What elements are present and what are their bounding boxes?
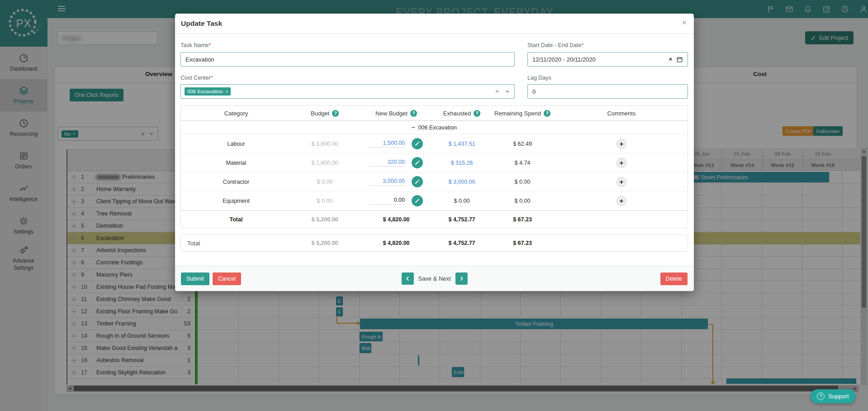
edit-budget-button[interactable] bbox=[412, 176, 423, 187]
category-cell: Labour bbox=[181, 141, 291, 147]
next-task-button[interactable] bbox=[455, 272, 468, 285]
date-range-input[interactable]: 12/11/2020 - 20/11/2020 × bbox=[527, 52, 688, 67]
support-button[interactable]: ? Support bbox=[811, 389, 855, 403]
previous-task-button[interactable] bbox=[401, 272, 413, 285]
delete-button[interactable]: Delete bbox=[660, 272, 688, 285]
new-budget-input[interactable]: 320.00 bbox=[370, 159, 405, 167]
new-budget-input[interactable]: 1,500.00 bbox=[370, 140, 405, 148]
collapse-icon[interactable]: − bbox=[412, 124, 415, 131]
cost-center-tag: 006 Excavation× bbox=[185, 87, 231, 96]
pencil-icon bbox=[414, 198, 420, 204]
budget-row: Contractor $ 0.00 3,000.00 $ 3,000.00 $ … bbox=[181, 172, 688, 191]
add-comment-button[interactable]: + bbox=[617, 196, 626, 206]
modal-header: Update Task × bbox=[175, 14, 694, 34]
pencil-icon bbox=[414, 141, 420, 147]
exhausted-link[interactable]: $ 1,437.51 bbox=[434, 141, 489, 147]
app: EVERY PROJECT. EVERYDAY. PX Dashboard Pr… bbox=[0, 0, 868, 411]
cancel-button[interactable]: Cancel bbox=[213, 272, 241, 285]
date-range-label: Start Date - End Date* bbox=[527, 42, 583, 48]
col-remaining-spend: Remaining Spend bbox=[494, 110, 541, 117]
add-comment-button[interactable]: + bbox=[617, 158, 626, 168]
modal-footer: Submit Cancel Save & Next Delete bbox=[175, 266, 694, 291]
add-comment-button[interactable]: + bbox=[617, 177, 626, 187]
update-task-modal: Update Task × Task Name* Excavation Star… bbox=[175, 14, 694, 291]
col-new-budget: New Budget bbox=[375, 110, 408, 117]
budget-cell: $ 1,600.00 bbox=[291, 160, 358, 166]
lag-days-input[interactable]: 0 bbox=[527, 84, 688, 99]
grand-total-row: Total $ 5,200.00 $ 4,820.00 $ 4,752.77 $… bbox=[180, 234, 688, 252]
subtotal-row: Total $ 5,200.00 $ 4,820.00 $ 4,752.77 $… bbox=[181, 210, 688, 228]
budget-cell: $ 3,600.00 bbox=[291, 141, 358, 147]
edit-budget-button[interactable] bbox=[412, 138, 423, 149]
remaining-cell: $ 4.74 bbox=[489, 160, 555, 166]
edit-budget-button[interactable] bbox=[412, 157, 423, 168]
budget-row: Equipment $ 0.00 0.00 $ 0.00 $ 0.00 + bbox=[181, 191, 688, 210]
budget-table-header: Category Budget? New Budget? Exhausted? … bbox=[181, 106, 688, 121]
chevron-down-icon[interactable] bbox=[504, 88, 511, 95]
help-icon[interactable]: ? bbox=[544, 110, 550, 117]
category-cell: Equipment bbox=[181, 198, 291, 204]
close-icon[interactable]: × bbox=[682, 18, 687, 28]
task-name-label: Task Name* bbox=[180, 42, 211, 48]
help-icon[interactable]: ? bbox=[332, 110, 339, 117]
col-comments: Comments bbox=[555, 110, 688, 117]
modal-title: Update Task bbox=[181, 19, 222, 28]
col-budget: Budget bbox=[311, 110, 329, 117]
chevron-left-icon bbox=[404, 276, 410, 282]
clear-date-icon[interactable]: × bbox=[669, 56, 672, 62]
chevron-right-icon bbox=[459, 276, 465, 282]
exhausted-link[interactable]: $ 315.26 bbox=[434, 160, 489, 166]
remaining-cell: $ 0.00 bbox=[489, 179, 555, 185]
pencil-icon bbox=[414, 160, 420, 166]
remaining-cell: $ 0.00 bbox=[489, 198, 555, 204]
col-category: Category bbox=[181, 110, 291, 117]
category-cell: Material bbox=[181, 160, 291, 166]
edit-budget-button[interactable] bbox=[412, 195, 423, 206]
col-exhausted: Exhausted bbox=[443, 110, 471, 117]
help-icon[interactable]: ? bbox=[474, 110, 480, 117]
category-cell: Contractor bbox=[181, 179, 291, 185]
cost-center-label: Cost Center* bbox=[180, 75, 213, 81]
task-name-input[interactable]: Excavation bbox=[180, 52, 515, 67]
question-icon: ? bbox=[817, 392, 825, 400]
pencil-icon bbox=[414, 179, 420, 185]
budget-cell: $ 0.00 bbox=[291, 179, 358, 185]
new-budget-input[interactable]: 3,000.00 bbox=[370, 178, 405, 186]
save-next-label[interactable]: Save & Next bbox=[418, 275, 451, 282]
cost-center-group-row[interactable]: − 006 Excavation bbox=[181, 121, 688, 134]
exhausted-link[interactable]: $ 0.00 bbox=[434, 198, 489, 204]
submit-button[interactable]: Submit bbox=[181, 272, 209, 285]
cost-center-select[interactable]: 006 Excavation× × bbox=[180, 84, 515, 99]
budget-row: Material $ 1,600.00 320.00 $ 315.26 $ 4.… bbox=[181, 153, 688, 172]
lag-days-label: Lag Days bbox=[527, 75, 551, 81]
add-comment-button[interactable]: + bbox=[617, 139, 626, 149]
exhausted-link[interactable]: $ 3,000.00 bbox=[434, 179, 489, 185]
remaining-cell: $ 62.49 bbox=[489, 141, 555, 147]
calendar-icon[interactable] bbox=[676, 56, 683, 63]
help-icon[interactable]: ? bbox=[410, 110, 417, 117]
budget-table: Category Budget? New Budget? Exhausted? … bbox=[180, 105, 688, 228]
clear-select-icon[interactable]: × bbox=[495, 88, 499, 95]
budget-row: Labour $ 3,600.00 1,500.00 $ 1,437.51 $ … bbox=[181, 134, 688, 153]
new-budget-input[interactable]: 0.00 bbox=[370, 197, 405, 205]
budget-cell: $ 0.00 bbox=[291, 198, 358, 204]
remove-tag-icon[interactable]: × bbox=[226, 89, 228, 94]
